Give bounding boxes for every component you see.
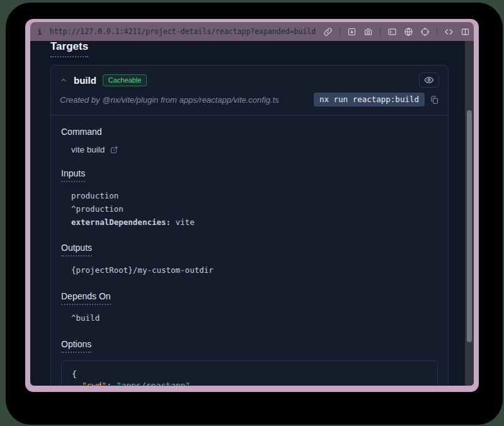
json-open-brace: { bbox=[72, 369, 427, 381]
code-icon[interactable] bbox=[444, 27, 454, 37]
scrollbar-thumb[interactable] bbox=[467, 110, 472, 342]
browser-window: i http://127.0.0.1:4211/project-details/… bbox=[25, 19, 479, 392]
input-item: externalDependencies: vite bbox=[71, 216, 438, 229]
page-content: Targets build Cacheable Created by @nx/v… bbox=[30, 41, 474, 386]
columns-icon[interactable] bbox=[461, 27, 470, 37]
json-value: "apps/reactapp" bbox=[117, 381, 190, 386]
toolbar-separator bbox=[380, 27, 381, 37]
globe-icon[interactable] bbox=[404, 27, 413, 37]
external-link-icon[interactable] bbox=[110, 146, 118, 154]
inputs-label: Inputs bbox=[61, 168, 85, 182]
eye-icon bbox=[424, 75, 434, 85]
command-label: Command bbox=[61, 127, 438, 137]
input-named-value: vite bbox=[171, 217, 195, 227]
run-command-chip: nx run reactapp:build bbox=[314, 93, 425, 106]
cacheable-badge: Cacheable bbox=[103, 74, 147, 86]
chevron-up-icon[interactable] bbox=[60, 76, 67, 84]
target-name-build: build bbox=[74, 75, 96, 86]
url-bar[interactable]: http://127.0.0.1:4211/project-details/re… bbox=[50, 27, 316, 36]
options-json-block: { "cwd": "apps/reactapp" } bbox=[61, 360, 438, 386]
section-inputs: Inputs production ^production externalDe… bbox=[61, 168, 438, 229]
section-outputs: Outputs {projectRoot}/my-custom-outdir bbox=[61, 242, 438, 277]
input-item: ^production bbox=[71, 202, 438, 216]
options-label: Options bbox=[61, 339, 91, 353]
input-item: production bbox=[71, 189, 438, 202]
build-card-body: Command vite build Inputs production ^pr… bbox=[51, 115, 448, 386]
console-icon[interactable] bbox=[387, 27, 397, 37]
output-item: {projectRoot}/my-custom-outdir bbox=[71, 263, 438, 277]
section-command: Command vite build bbox=[61, 127, 438, 154]
toolbar-separator bbox=[340, 27, 340, 37]
page-title: Targets bbox=[50, 41, 88, 57]
command-value: vite build bbox=[71, 145, 105, 154]
toolbar-separator bbox=[437, 27, 437, 37]
target-card-build: build Cacheable Created by @nx/vite/plug… bbox=[50, 65, 449, 386]
outputs-label: Outputs bbox=[61, 243, 92, 256]
json-key: "cwd" bbox=[82, 381, 106, 386]
depends-on-item: ^build bbox=[71, 312, 438, 325]
link-icon[interactable] bbox=[323, 27, 333, 37]
depends-on-label: Depends On bbox=[61, 291, 111, 305]
build-card-header: build Cacheable bbox=[51, 66, 448, 91]
section-options: Options { "cwd": "apps/reactapp" } bbox=[61, 338, 438, 386]
scrollbar-track[interactable] bbox=[465, 41, 474, 386]
info-icon[interactable]: i bbox=[37, 27, 42, 37]
copy-icon bbox=[430, 95, 439, 105]
browser-toolbar: i http://127.0.0.1:4211/project-details/… bbox=[30, 22, 474, 41]
camera-icon[interactable] bbox=[364, 27, 373, 37]
target-icon[interactable] bbox=[420, 27, 430, 37]
json-property: "cwd": "apps/reactapp" bbox=[72, 380, 427, 386]
export-icon[interactable] bbox=[347, 27, 357, 37]
toolbar-actions bbox=[323, 27, 470, 37]
build-card-subheader: Created by @nx/vite/plugin from apps/rea… bbox=[51, 91, 448, 115]
input-named-key: externalDependencies: bbox=[71, 217, 171, 227]
created-by-text: Created by @nx/vite/plugin from apps/rea… bbox=[60, 95, 279, 105]
json-colon: : bbox=[106, 381, 117, 386]
copy-command-button[interactable] bbox=[430, 95, 439, 105]
view-target-button[interactable] bbox=[419, 72, 439, 88]
section-depends-on: Depends On ^build bbox=[61, 291, 438, 325]
